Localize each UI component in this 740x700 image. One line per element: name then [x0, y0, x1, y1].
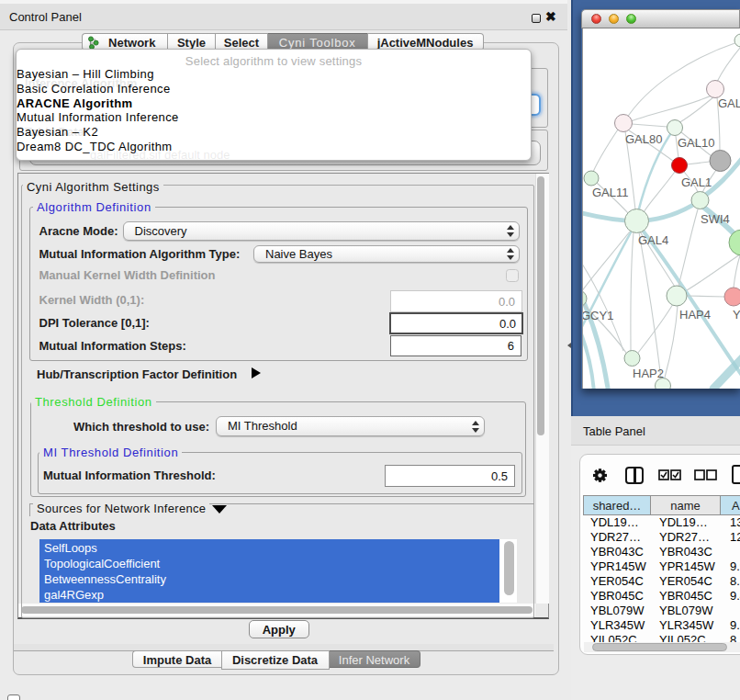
svg-text:SWI4: SWI4 — [701, 212, 730, 226]
svg-text:GAL10: GAL10 — [678, 136, 714, 150]
svg-text:GCY1: GCY1 — [583, 309, 613, 322]
svg-text:GAL2: GAL2 — [718, 96, 740, 110]
svg-text:HAP4: HAP4 — [679, 308, 711, 322]
svg-text:GAL1: GAL1 — [681, 175, 712, 189]
svg-text:HAP2: HAP2 — [633, 367, 664, 380]
svg-text:GAL4: GAL4 — [638, 233, 668, 247]
svg-text:YEL047C: YEL047C — [733, 308, 740, 322]
svg-text:GAL11: GAL11 — [592, 186, 629, 199]
svg-text:GAL80: GAL80 — [625, 132, 662, 146]
